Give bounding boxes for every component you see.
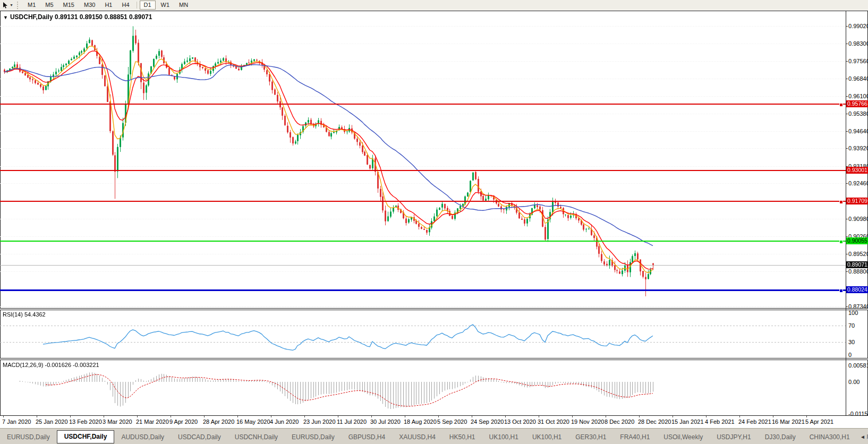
rsi-canvas[interactable]	[0, 310, 846, 358]
date-axis-label: 16 May 2020	[236, 419, 270, 425]
tab-xauusd-h4[interactable]: XAUUSD,H4	[392, 432, 442, 443]
date-axis-label: 21 Mar 2020	[136, 419, 169, 425]
timeframe-button-m30[interactable]: M30	[80, 1, 99, 10]
tab-usdjpy-h1[interactable]: USDJPY,H1	[710, 432, 758, 443]
price-axis-label: 0.88800	[848, 268, 868, 275]
price-chart-canvas[interactable]	[0, 11, 846, 308]
chart-tab-bar: EURUSD,DailyUSDCHF,DailyAUDUSD,DailyUSDC…	[0, 428, 868, 444]
date-axis-label: 28 Dec 2020	[638, 419, 671, 425]
date-axis-tick	[3, 416, 4, 417]
tab-eurusd-daily[interactable]: EURUSD,Daily	[0, 432, 57, 443]
date-axis-label: 16 Mar 2021	[772, 419, 805, 425]
date-axis-tick	[271, 416, 271, 417]
timeframe-button-d1[interactable]: D1	[140, 1, 156, 10]
tab-uk100-h1[interactable]: UK100,H1	[482, 432, 525, 443]
date-axis-label: 5 Sep 2020	[437, 419, 467, 425]
timeframe-button-w1[interactable]: W1	[157, 1, 174, 10]
date-axis-tick	[806, 416, 807, 417]
timeframe-toolbar: ▼ M1M5M15M30H1H4D1W1MN	[0, 0, 868, 10]
tab-ger30-h1[interactable]: GER30,H1	[568, 432, 613, 443]
date-axis-label: 7 Jan 2020	[2, 419, 31, 425]
price-line-tag: 0.90055	[846, 237, 868, 244]
date-axis-label: 4 Feb 2021	[705, 419, 735, 425]
date-axis-tick	[438, 416, 439, 417]
price-axis-label: 0.90980	[848, 216, 868, 222]
timeframe-button-mn[interactable]: MN	[175, 1, 192, 10]
timeframe-button-m1[interactable]: M1	[23, 1, 40, 10]
tab-audusd-daily[interactable]: AUDUSD,Daily	[114, 432, 171, 443]
tab-usdchf-daily[interactable]: USDCHF,Daily	[57, 430, 115, 443]
timeframe-button-m15[interactable]: M15	[59, 1, 79, 10]
date-axis-tick	[639, 416, 640, 417]
rsi-axis-label: 70	[848, 322, 855, 329]
date-axis-tick	[204, 416, 205, 417]
date-axis-label: 31 Oct 2020	[538, 419, 569, 425]
date-axis-label: 5 Apr 2021	[805, 419, 833, 425]
chart-collapse-arrow-icon[interactable]: ▼	[3, 15, 8, 20]
toolbar-separator	[137, 2, 137, 8]
macd-name: MACD(12,26,9)	[3, 362, 43, 368]
tool-dropdown-arrow-icon[interactable]: ▼	[10, 3, 13, 7]
tab-usoil-weekly[interactable]: USOil,Weekly	[657, 432, 710, 443]
tab-eurusd-daily-2[interactable]: EURUSD,Daily	[285, 432, 342, 443]
price-axis-label: 0.87340	[848, 303, 868, 310]
date-axis-label: 15 Jan 2021	[671, 419, 704, 425]
price-axis-separator	[846, 11, 846, 416]
horizontal-price-line[interactable]	[0, 241, 846, 242]
date-axis-tick	[70, 416, 71, 417]
tab-usdcad-daily[interactable]: USDCAD,Daily	[171, 432, 228, 443]
line-handle[interactable]	[839, 103, 843, 107]
rsi-value: 54.4362	[24, 311, 46, 318]
price-axis-label: 0.92460	[848, 180, 868, 186]
timeframe-button-h1[interactable]: H1	[100, 1, 116, 10]
tab-china300-h1[interactable]: CHINA300,H1	[803, 432, 857, 443]
price-axis-label: 0.96100	[848, 93, 868, 99]
date-axis-label: 23 Jun 2020	[303, 419, 336, 425]
date-axis-label: 25 Jan 2020	[36, 419, 68, 425]
date-axis-tick	[572, 416, 573, 417]
date-axis-label: 13 Oct 2020	[504, 419, 536, 425]
price-line-tag: 0.95766	[846, 100, 868, 107]
tab-fra40-h1[interactable]: FRA40,H1	[613, 432, 657, 443]
horizontal-price-line[interactable]	[0, 170, 846, 171]
macd-canvas[interactable]	[0, 360, 846, 415]
date-axis-label: 24 Feb 2021	[738, 419, 771, 425]
date-axis-tick	[371, 416, 372, 417]
price-axis-label: 0.89520	[848, 251, 868, 257]
price-axis-label: 0.94640	[848, 128, 868, 134]
current-price-tag: 0.89071	[846, 261, 868, 268]
timeframe-button-m5[interactable]: M5	[41, 1, 57, 10]
tab-dj30-daily[interactable]: DJ30,Daily	[758, 432, 803, 443]
tab-hk50-h1[interactable]: HK50,H1	[442, 432, 482, 443]
date-axis-label: 13 Feb 2020	[69, 419, 102, 425]
price-axis-label: 0.95380	[848, 110, 868, 117]
rsi-name: RSI(14)	[3, 311, 23, 318]
toolbar-grip[interactable]	[17, 2, 21, 9]
date-axis-label: 30 Jul 2020	[370, 419, 401, 425]
date-axis-label: 24 Sep 2020	[471, 419, 504, 425]
line-handle[interactable]	[839, 289, 843, 293]
cursor-tool-button[interactable]: ▼	[0, 1, 16, 10]
tab-scroll-left-button[interactable]: ◄	[858, 434, 867, 440]
tab-uk100-h1-2[interactable]: UK100,H1	[525, 432, 568, 443]
tab-gbpusd-h4[interactable]: GBPUSD,H4	[342, 432, 392, 443]
date-axis-tick	[673, 416, 673, 417]
line-handle[interactable]	[839, 200, 843, 204]
price-line-tag: 0.93001	[846, 167, 868, 174]
timeframe-button-h4[interactable]: H4	[117, 1, 133, 10]
rsi-axis-label: 100	[848, 310, 858, 316]
date-axis-tick	[472, 416, 472, 417]
line-handle[interactable]	[839, 240, 843, 244]
horizontal-price-line[interactable]	[0, 289, 846, 291]
price-axis-label: 0.99020	[848, 23, 868, 29]
date-axis-label: 28 Apr 2020	[203, 419, 234, 425]
tab-usdcnh-daily[interactable]: USDCNH,Daily	[228, 432, 285, 443]
date-axis[interactable]: 7 Jan 202025 Jan 202013 Feb 20203 Mar 20…	[0, 416, 868, 428]
price-axis-label: 0.93920	[848, 145, 868, 151]
rsi-axis-label: 0	[848, 352, 852, 358]
chart-title: ▼USDCHF,Daily 0.89131 0.89150 0.88851 0.…	[3, 13, 152, 21]
macd-label: MACD(12,26,9) -0.001626 -0.003221	[3, 362, 99, 368]
horizontal-price-line[interactable]	[0, 104, 846, 105]
horizontal-price-line[interactable]	[0, 201, 846, 202]
date-axis-label: 18 Aug 2020	[404, 419, 437, 425]
